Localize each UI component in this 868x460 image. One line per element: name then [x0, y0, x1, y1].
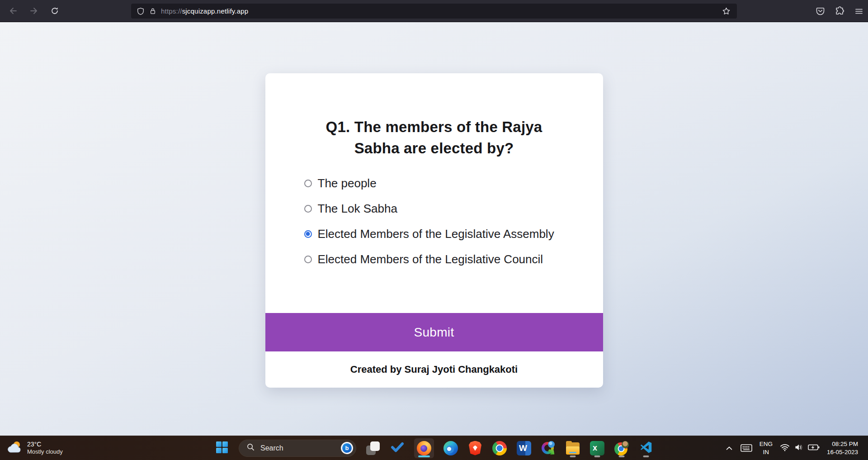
reload-icon [50, 6, 59, 15]
weather-temperature: 23°C [27, 441, 63, 449]
search-label: Search [260, 444, 341, 452]
radio-button[interactable] [304, 180, 312, 187]
submit-button[interactable]: Submit [265, 313, 603, 351]
firefox-icon [417, 441, 431, 455]
chrome-profile-icon [614, 441, 629, 455]
padlock-icon[interactable] [149, 7, 156, 15]
option-row[interactable]: Elected Members of the Legislative Counc… [304, 247, 587, 272]
option-label[interactable]: The Lok Sabha [318, 202, 397, 216]
options-list: The people The Lok Sabha Elected Members… [304, 171, 587, 272]
forward-icon [29, 6, 38, 15]
wifi-icon [780, 443, 790, 453]
task-view-icon [366, 441, 380, 455]
option-row[interactable]: The Lok Sabha [304, 196, 587, 221]
taskbar-vscode[interactable] [638, 438, 654, 458]
clock-date: 16-05-2023 [827, 448, 858, 456]
radio-button[interactable] [304, 205, 312, 213]
toolbar-right-cluster [816, 0, 863, 22]
question-text: Q1. The members of the Rajya Sabha are e… [265, 117, 603, 159]
taskbar-chrome-profile[interactable] [614, 438, 629, 458]
option-row[interactable]: The people [304, 171, 587, 196]
vscode-icon [639, 441, 653, 456]
taskbar-excel[interactable]: x [590, 438, 605, 458]
language-indicator[interactable]: ENG IN [760, 440, 773, 456]
radio-button[interactable] [304, 256, 312, 263]
profile-avatar [622, 441, 629, 448]
chrome-icon [492, 441, 507, 455]
weather-condition: Mostly cloudy [27, 448, 63, 455]
battery-icon [808, 444, 820, 453]
task-view-button[interactable] [365, 438, 381, 458]
url-domain: sjcquizapp.netlify.app [182, 7, 249, 15]
reload-button[interactable] [47, 3, 62, 19]
taskbar-chrome[interactable] [492, 438, 507, 458]
screen: https://sjcquizapp.netlify.app Q1. The m… [0, 0, 868, 460]
taskbar-search[interactable]: Search b [239, 440, 356, 457]
quiz-card: Q1. The members of the Rajya Sabha are e… [265, 73, 603, 388]
url-protocol: https:// [161, 7, 182, 15]
hidden-icons-chevron[interactable] [725, 445, 733, 451]
taskbar-brave[interactable] [467, 438, 483, 458]
back-button[interactable] [5, 3, 21, 19]
edge-icon [443, 441, 458, 455]
weather-texts: 23°C Mostly cloudy [27, 441, 63, 456]
option-label[interactable]: Elected Members of the Legislative Assem… [318, 227, 554, 241]
todo-check-icon [391, 441, 404, 455]
taskbar-edge[interactable] [443, 438, 458, 458]
radio-button[interactable] [304, 230, 312, 238]
system-tray: ENG IN 08:25 PM 16-05-2023 [725, 436, 858, 460]
option-label[interactable]: The people [318, 176, 377, 190]
extensions-puzzle-icon[interactable] [835, 6, 844, 16]
excel-icon: x [590, 441, 604, 455]
taskbar-file-explorer[interactable] [565, 438, 580, 458]
language-bottom: IN [760, 448, 773, 456]
start-button[interactable] [214, 438, 230, 458]
menu-hamburger-icon[interactable] [854, 7, 863, 16]
back-icon [9, 6, 18, 15]
brave-icon [469, 441, 481, 455]
option-row[interactable]: Elected Members of the Legislative Assem… [304, 221, 587, 247]
url-text[interactable]: https://sjcquizapp.netlify.app [161, 7, 248, 15]
taskbar: 23°C Mostly cloudy [0, 436, 868, 460]
taskbar-microsoft-todo[interactable] [390, 438, 405, 458]
idm-icon [541, 441, 556, 455]
weather-widget[interactable]: 23°C Mostly cloudy [6, 436, 63, 460]
pocket-icon[interactable] [816, 6, 825, 16]
weather-icon [6, 440, 23, 456]
tracking-protection-shield-icon[interactable] [137, 7, 145, 15]
file-explorer-icon [566, 442, 580, 455]
taskbar-word[interactable]: W [516, 438, 532, 458]
credit-text: Created by Suraj Jyoti Changkakoti [265, 351, 603, 388]
windows-start-icon [216, 441, 228, 455]
bing-icon[interactable]: b [341, 442, 353, 454]
taskbar-firefox[interactable] [414, 438, 434, 458]
quick-settings[interactable] [780, 443, 820, 453]
clock[interactable]: 08:25 PM 16-05-2023 [827, 440, 858, 456]
touch-keyboard-icon[interactable] [741, 444, 752, 452]
taskbar-center: Search b [214, 436, 654, 460]
volume-icon [794, 443, 803, 453]
option-label[interactable]: Elected Members of the Legislative Counc… [318, 252, 543, 266]
url-bar[interactable]: https://sjcquizapp.netlify.app [131, 4, 737, 19]
browser-toolbar: https://sjcquizapp.netlify.app [0, 0, 868, 22]
taskbar-idm[interactable] [541, 438, 556, 458]
page-background: Q1. The members of the Rajya Sabha are e… [0, 22, 868, 436]
forward-button[interactable] [26, 3, 42, 19]
word-icon: W [517, 441, 531, 455]
search-icon [246, 443, 255, 453]
clock-time: 08:25 PM [827, 440, 858, 448]
language-top: ENG [760, 440, 773, 448]
bookmark-star-icon[interactable] [722, 7, 731, 15]
